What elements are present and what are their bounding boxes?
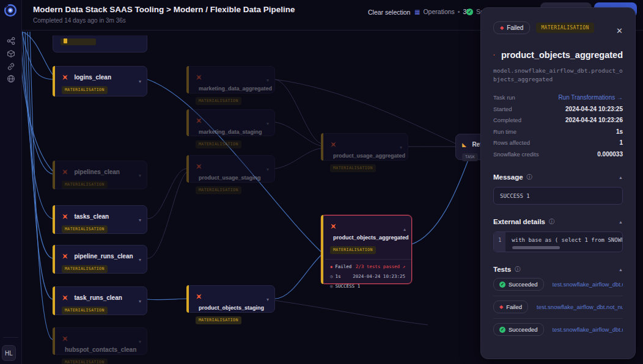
task-badge: TASK: [462, 153, 478, 161]
detail-value: 0.000033: [597, 151, 623, 158]
detail-value: 1s: [616, 128, 623, 135]
test-status-badge: ✓Succeeded: [493, 323, 544, 336]
tests-section-title: Tests: [493, 266, 511, 273]
test-status-label: Failed: [506, 304, 522, 310]
node-product-usage-aggregated[interactable]: product_usage_aggregated ▾ MATERIALISATI…: [321, 133, 408, 161]
collapse-icon[interactable]: ▲: [619, 220, 623, 224]
chevron-up-icon[interactable]: ▴: [403, 227, 406, 232]
chevron-down-icon[interactable]: ▾: [139, 173, 141, 178]
close-icon[interactable]: ✕: [616, 26, 623, 35]
integrations-icon[interactable]: [7, 62, 15, 71]
materialisation-badge: MATERIALISATION: [62, 181, 108, 189]
products-icon[interactable]: [7, 49, 15, 58]
info-icon: ⓘ: [515, 266, 521, 274]
node-tasks-clean[interactable]: tasks_clean ▾ MATERIALISATION: [53, 205, 147, 234]
node-clipped-top[interactable]: [53, 35, 147, 53]
detail-panel: ◆ Failed MATERIALISATION ✕ product_objec…: [480, 7, 636, 359]
node-product-objects-aggregated-selected[interactable]: product_objects_aggregated ▴ MATERIALISA…: [321, 215, 412, 284]
node-divider: [325, 259, 411, 260]
run-details: Task runRun Transformations → Started202…: [493, 92, 623, 160]
node-accent-bar: [53, 286, 55, 315]
failed-diamond-icon: ◆: [499, 304, 503, 310]
chevron-down-icon[interactable]: ▾: [139, 339, 141, 344]
chevron-down-icon[interactable]: ▾: [139, 79, 141, 84]
node-label: product_usage_staging: [199, 175, 261, 181]
chevron-down-icon[interactable]: ▾: [139, 217, 141, 223]
chevron-down-icon[interactable]: ▾: [139, 299, 141, 304]
node-label: pipelines_clean: [74, 169, 119, 175]
failed-diamond-icon: ◆: [330, 264, 333, 269]
test-status-badge: ◆Failed: [493, 300, 528, 313]
status-badge: ◆ Failed: [493, 21, 530, 34]
node-label: task_runs_clean: [74, 294, 122, 301]
chevron-down-icon[interactable]: ▾: [266, 297, 269, 302]
node-accent-bar: [53, 327, 55, 355]
dbt-icon: [62, 74, 68, 81]
node-label: logins_clean: [74, 74, 111, 81]
user-avatar[interactable]: HL: [2, 345, 16, 361]
node-marketing-data-staging[interactable]: marketing_data_staging ▾ MATERIALISATION: [186, 109, 275, 136]
collapse-icon[interactable]: ▲: [619, 268, 623, 272]
model-path: model.snowflake_airflow_dbt.product_obje…: [493, 67, 625, 84]
task-run-link[interactable]: Run Transformations →: [558, 94, 623, 101]
check-circle-icon: ✓: [499, 282, 505, 288]
collapse-icon[interactable]: ▲: [619, 175, 623, 180]
materialisation-badge: MATERIALISATION: [196, 140, 241, 148]
test-link[interactable]: test.snowflake_airflow_dbt.not_null_pr: [537, 304, 623, 310]
pipelines-icon[interactable]: [7, 37, 15, 45]
materialisation-badge: MATERIALISATION: [62, 265, 108, 273]
dbt-icon: [62, 253, 68, 260]
horizontal-scrollbar[interactable]: [512, 246, 560, 249]
node-label: pipeline_runs_clean: [74, 253, 133, 260]
chevron-down-icon[interactable]: ▾: [266, 167, 269, 172]
powerbi-triangle-icon: ◣: [462, 142, 466, 148]
node-pipeline-runs-clean[interactable]: pipeline_runs_clean ▾ MATERIALISATION: [53, 245, 147, 274]
operations-grid-icon: ▦: [414, 9, 420, 15]
chevron-down-icon[interactable]: ▾: [400, 145, 402, 150]
materialisation-badge: MATERIALISATION: [196, 186, 241, 194]
detail-label: Started: [493, 106, 512, 112]
node-pipelines-clean[interactable]: pipelines_clean ▾ MATERIALISATION: [53, 161, 147, 189]
clear-selection-button[interactable]: Clear selection: [368, 9, 410, 16]
detail-value: 1: [619, 139, 623, 146]
node-hubspot-contacts-clean[interactable]: hubspot_contacts_clean ▾ MATERIALISATION: [53, 327, 147, 355]
dbt-icon: [493, 48, 495, 62]
node-product-objects-staging[interactable]: product_objects_staging ▾ MATERIALISATIO…: [186, 285, 275, 313]
sidebar: HL: [0, 0, 22, 364]
node-marketing-data-aggregated[interactable]: marketing_data_aggregated ▾ MATERIALISAT…: [186, 66, 275, 93]
dbt-icon: [330, 141, 337, 148]
node-accent-bar: [53, 245, 55, 274]
node-label: product_usage_aggregated: [333, 153, 405, 159]
node-label: hubspot_contacts_clean: [65, 346, 136, 353]
test-link[interactable]: test.snowflake_airflow_dbt.unique_pro: [553, 281, 623, 288]
tests-summary-link[interactable]: 2/3 tests passed ↗: [356, 264, 405, 269]
breadcrumb-title: Modern Data Stack SAAS Tooling > Modern …: [33, 5, 295, 14]
test-link[interactable]: test.snowflake_airflow_dbt.not_null_pr: [553, 326, 623, 333]
materialisation-badge: MATERIALISATION: [330, 246, 376, 254]
app-logo[interactable]: [3, 3, 18, 18]
settings-icon[interactable]: [7, 75, 15, 83]
detail-label: Completed: [493, 117, 521, 123]
message-content: SUCCESS 1: [493, 187, 623, 205]
chevron-down-icon[interactable]: ▾: [266, 121, 269, 126]
node-product-usage-staging[interactable]: product_usage_staging ▾ MATERIALISATION: [186, 155, 275, 183]
node-task-runs-clean[interactable]: task_runs_clean ▾ MATERIALISATION: [53, 286, 147, 315]
test-row: ✓Succeeded test.snowflake_airflow_dbt.un…: [493, 274, 623, 296]
node-label: marketing_data_aggregated: [199, 86, 272, 92]
chevron-down-icon[interactable]: ▾: [139, 257, 141, 263]
node-label: product_objects_staging: [199, 305, 264, 311]
check-circle-icon: ✓: [466, 9, 473, 15]
dbt-icon: [196, 163, 202, 170]
detail-label: Snowflake credits: [493, 151, 538, 158]
node-accent-bar: [53, 205, 55, 234]
materialisation-badge: MATERIALISATION: [62, 307, 108, 315]
operations-counter: ▦ Operations • 35: [414, 8, 470, 15]
test-status-badge: ✓Succeeded: [493, 278, 544, 291]
node-logins-clean[interactable]: logins_clean ▾ MATERIALISATION: [53, 66, 147, 96]
chevron-down-icon[interactable]: ▾: [266, 78, 269, 83]
dbt-icon: [62, 335, 68, 342]
info-icon: ⓘ: [549, 218, 555, 226]
materialisation-badge: MATERIALISATION: [196, 316, 241, 324]
detail-value: 2024-04-24 10:23:26: [565, 117, 623, 123]
node-label: product_objects_aggregated: [333, 235, 409, 241]
